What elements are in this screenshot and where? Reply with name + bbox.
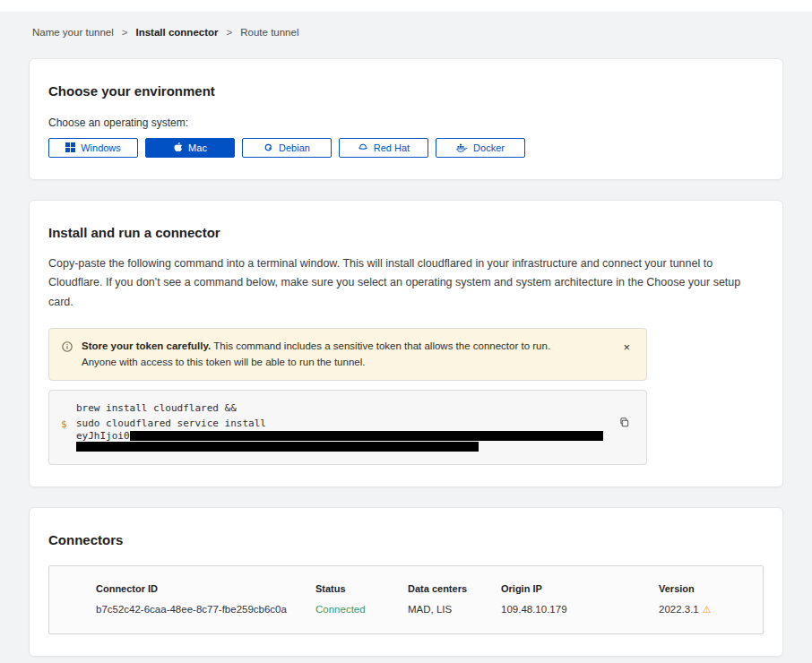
os-button-label: Windows (81, 142, 121, 153)
connectors-table: Connector ID Status Data centers Origin … (48, 565, 764, 634)
version-value: 2022.3.1 (659, 604, 699, 615)
column-header-connector-id: Connector ID (96, 583, 315, 594)
windows-icon (65, 142, 75, 154)
top-strip (0, 0, 812, 12)
token-warning-title: Store your token carefully. (82, 340, 211, 351)
redaction-bar (76, 442, 479, 452)
token-warning-text: Store your token carefully.This command … (82, 338, 583, 371)
cell-version: 2022.3.1⚠ (659, 604, 754, 616)
install-connector-card: Install and run a connector Copy-paste t… (29, 200, 783, 487)
os-button-label: Red Hat (374, 142, 410, 153)
table-header-row: Connector ID Status Data centers Origin … (96, 583, 754, 594)
column-header-version: Version (659, 583, 754, 594)
os-button-label: Mac (188, 142, 207, 153)
terminal-prompt: $ (61, 418, 67, 430)
breadcrumb-step-name-your-tunnel[interactable]: Name your tunnel (32, 27, 114, 38)
cell-data-centers: MAD, LIS (408, 604, 501, 615)
breadcrumb-separator: > (227, 27, 233, 38)
breadcrumb-step-route-tunnel[interactable]: Route tunnel (240, 27, 298, 38)
cell-connector-id: b7c52c42-6caa-48ee-8c77-fbe259cb6c0a (96, 604, 315, 615)
breadcrumb-step-install-connector[interactable]: Install connector (136, 27, 219, 38)
install-connector-description: Copy-paste the following command into a … (48, 254, 761, 312)
os-select-label: Choose an operating system: (48, 116, 764, 129)
command-text: brew install cloudflared && sudo cloudfl… (76, 400, 607, 452)
connectors-card: Connectors Connector ID Status Data cent… (29, 507, 783, 657)
command-line-2: sudo cloudflared service install (76, 416, 607, 431)
command-line-redacted (76, 442, 607, 452)
status-badge: Connected (315, 604, 408, 615)
connectors-card-title: Connectors (48, 532, 764, 547)
warning-icon: ⚠ (703, 604, 712, 615)
os-button-windows[interactable]: Windows (48, 138, 138, 158)
cell-origin-ip: 109.48.10.179 (501, 604, 659, 615)
token-prefix: eyJhIjoi0 (76, 430, 130, 442)
environment-card-title: Choose your environment (48, 83, 764, 99)
command-line-1: brew install cloudflared && (76, 400, 607, 416)
debian-icon (263, 142, 273, 154)
copy-icon[interactable] (617, 415, 632, 433)
choose-environment-card: Choose your environment Choose an operat… (29, 58, 783, 180)
column-header-origin-ip: Origin IP (501, 583, 659, 594)
os-button-mac[interactable]: Mac (145, 138, 235, 158)
os-button-group: Windows Mac Debian Red Hat Docker (48, 138, 764, 158)
apple-icon (173, 142, 183, 155)
breadcrumb-separator: > (122, 27, 128, 38)
table-row: b7c52c42-6caa-48ee-8c77-fbe259cb6c0a Con… (96, 604, 754, 616)
redhat-icon (358, 142, 368, 154)
command-line-token: eyJhIjoi0 (76, 431, 607, 442)
redaction-bar (130, 431, 603, 441)
token-warning-banner: Store your token carefully.This command … (48, 328, 647, 381)
os-button-redhat[interactable]: Red Hat (339, 138, 428, 158)
os-button-label: Docker (473, 142, 505, 153)
install-connector-title: Install and run a connector (48, 225, 764, 240)
os-button-label: Debian (279, 142, 310, 153)
column-header-data-centers: Data centers (408, 583, 501, 594)
close-icon[interactable]: × (618, 338, 635, 357)
terminal-code-block: $ brew install cloudflared && sudo cloud… (48, 390, 647, 465)
breadcrumb: Name your tunnel > Install connector > R… (0, 12, 812, 38)
docker-icon (456, 142, 468, 154)
column-header-status: Status (315, 583, 408, 594)
info-icon (62, 340, 73, 356)
os-button-docker[interactable]: Docker (436, 138, 525, 158)
os-button-debian[interactable]: Debian (242, 138, 332, 158)
